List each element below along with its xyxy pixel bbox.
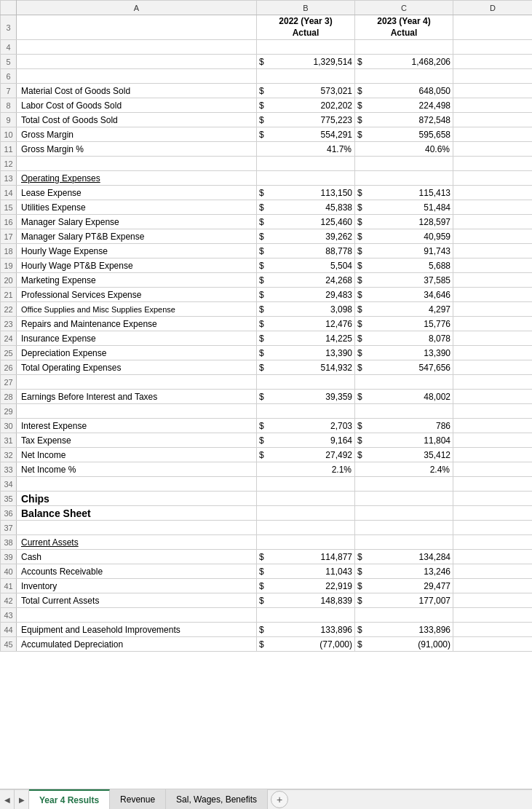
table-row: 38 Current Assets xyxy=(1,535,533,550)
table-row: 45 Accumulated Depreciation $(77,000) $(… xyxy=(1,637,533,652)
table-row: 5 $ 1,329,514 $ 1,468,206 xyxy=(1,55,533,69)
table-row: 17 Manager Salary PT&B Expense $39,262 $… xyxy=(1,229,533,244)
col-header-a: A xyxy=(17,1,257,15)
dollar-b5: $ xyxy=(259,57,264,67)
table-row: 34 xyxy=(1,477,533,492)
table-row: 19 Hourly Wage PT&B Expense $5,504 $5,68… xyxy=(1,259,533,273)
table-row: 23 Repairs and Maintenance Expense $12,4… xyxy=(1,317,533,331)
table-row: 4 xyxy=(1,40,533,55)
col-c-header: 2023 (Year 4)Actual xyxy=(355,15,453,40)
table-row: 41 Inventory $22,919 $29,477 xyxy=(1,579,533,593)
tab-year4-results[interactable]: Year 4 Results xyxy=(29,789,110,809)
tab-revenue[interactable]: Revenue xyxy=(110,789,166,809)
col-header-d: D xyxy=(453,1,533,15)
table-row: 26 Total Operating Expenses $514,932 $54… xyxy=(1,360,533,375)
total-cogs-label: Total Cost of Goods Sold xyxy=(17,113,257,127)
spreadsheet: A B C D 3 2022 (Year 3)Actual 2023 (Year… xyxy=(0,0,532,809)
tab-sal-wages[interactable]: Sal, Wages, Benefits xyxy=(166,789,268,809)
tab-bar: ◀ ▶ Year 4 Results Revenue Sal, Wages, B… xyxy=(0,789,532,809)
table-row: 31 Tax Expense $9,164 $11,804 xyxy=(1,433,533,448)
add-tab-button[interactable]: + xyxy=(271,791,288,808)
table-row: 37 xyxy=(1,521,533,535)
table-row: 9 Total Cost of Goods Sold $775,223 $872… xyxy=(1,113,533,127)
table-row: 7 Material Cost of Goods Sold $573,021 $… xyxy=(1,84,533,98)
table-row: 27 xyxy=(1,375,533,390)
table-row: 13 Operating Expenses xyxy=(1,171,533,186)
table-row: 8 Labor Cost of Goods Sold $202,202 $224… xyxy=(1,98,533,113)
table-row: 6 xyxy=(1,69,533,84)
col-header-c: C xyxy=(355,1,453,15)
table-row: 36 Balance Sheet xyxy=(1,506,533,521)
table-row: 28 Earnings Before Interest and Taxes $3… xyxy=(1,390,533,404)
table-row: 12 xyxy=(1,157,533,171)
table-row: 43 xyxy=(1,608,533,623)
spreadsheet-table: A B C D 3 2022 (Year 3)Actual 2023 (Year… xyxy=(0,0,532,652)
table-row: 18 Hourly Wage Expense $88,778 $91,743 xyxy=(1,244,533,259)
table-row: 35 Chips xyxy=(1,492,533,506)
table-row: 14 Lease Expense $113,150 $115,413 xyxy=(1,186,533,200)
tab-nav-next[interactable]: ▶ xyxy=(15,789,29,809)
table-row: 42 Total Current Assets $148,839 $177,00… xyxy=(1,593,533,608)
table-row: 21 Professional Services Expense $29,483… xyxy=(1,288,533,302)
table-row: 16 Manager Salary Expense $125,460 $128,… xyxy=(1,215,533,229)
val-c5: 1,468,206 xyxy=(412,57,450,67)
table-row: 39 Cash $114,877 $134,284 xyxy=(1,550,533,564)
table-row: 40 Accounts Receivable $11,043 $13,246 xyxy=(1,564,533,579)
table-row: 44 Equipment and Leasehold Improvements … xyxy=(1,623,533,637)
tab-nav-prev[interactable]: ◀ xyxy=(0,789,15,809)
table-row: 25 Depreciation Expense $13,390 $13,390 xyxy=(1,346,533,360)
table-row: 11 Gross Margin % 41.7% 40.6% xyxy=(1,142,533,157)
col-header-b: B xyxy=(257,1,355,15)
table-row: 10 Gross Margin $554,291 $595,658 xyxy=(1,127,533,142)
table-row: 33 Net Income % 2.1% 2.4% xyxy=(1,462,533,477)
table-row: 30 Interest Expense $2,703 $786 xyxy=(1,419,533,433)
col-b-header: 2022 (Year 3)Actual xyxy=(257,15,355,40)
corner-header xyxy=(1,1,17,15)
table-row: 20 Marketing Expense $24,268 $37,585 xyxy=(1,273,533,288)
table-row: 24 Insurance Expense $14,225 $8,078 xyxy=(1,331,533,346)
table-row: 29 xyxy=(1,404,533,419)
val-b5: 1,329,514 xyxy=(314,57,352,67)
table-row: 15 Utilities Expense $45,838 $51,484 xyxy=(1,200,533,215)
dollar-c5: $ xyxy=(357,57,362,67)
header-row-3: 3 2022 (Year 3)Actual 2023 (Year 4)Actua… xyxy=(1,15,533,40)
sheet-area: A B C D 3 2022 (Year 3)Actual 2023 (Year… xyxy=(0,0,532,789)
table-row: 32 Net Income $27,492 $35,412 xyxy=(1,448,533,462)
table-row: 22 Office Supplies and Misc Supplies Exp… xyxy=(1,302,533,317)
